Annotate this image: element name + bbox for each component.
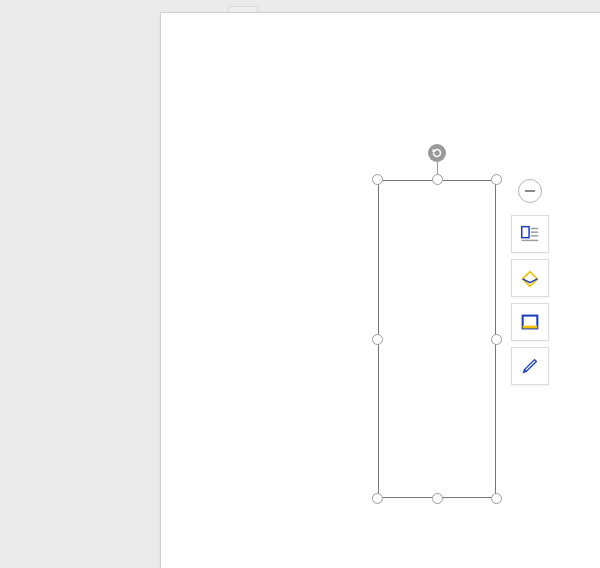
crop-shape-icon bbox=[519, 267, 541, 289]
pen-icon bbox=[519, 355, 541, 377]
resize-handle-mr[interactable] bbox=[491, 334, 502, 345]
rotate-icon bbox=[431, 147, 443, 159]
border-button[interactable] bbox=[511, 303, 549, 341]
resize-handle-br[interactable] bbox=[491, 493, 502, 504]
document-page bbox=[160, 12, 600, 568]
rotate-handle[interactable] bbox=[428, 144, 446, 162]
resize-handle-tm[interactable] bbox=[432, 174, 443, 185]
collapse-toolbar-button[interactable] bbox=[518, 179, 542, 203]
shape-context-toolbar bbox=[509, 179, 551, 385]
resize-handle-tl[interactable] bbox=[372, 174, 383, 185]
shape-rectangle[interactable] bbox=[378, 180, 496, 498]
text-wrapping-button[interactable] bbox=[511, 215, 549, 253]
text-wrapping-icon bbox=[519, 223, 541, 245]
minus-icon bbox=[525, 190, 535, 192]
selected-shape[interactable] bbox=[378, 180, 496, 498]
edit-points-button[interactable] bbox=[511, 347, 549, 385]
resize-handle-tr[interactable] bbox=[491, 174, 502, 185]
crop-shape-button[interactable] bbox=[511, 259, 549, 297]
resize-handle-bm[interactable] bbox=[432, 493, 443, 504]
resize-handle-bl[interactable] bbox=[372, 493, 383, 504]
border-icon bbox=[519, 311, 541, 333]
svg-rect-0 bbox=[522, 227, 529, 238]
svg-rect-6 bbox=[523, 326, 538, 329]
resize-handle-ml[interactable] bbox=[372, 334, 383, 345]
